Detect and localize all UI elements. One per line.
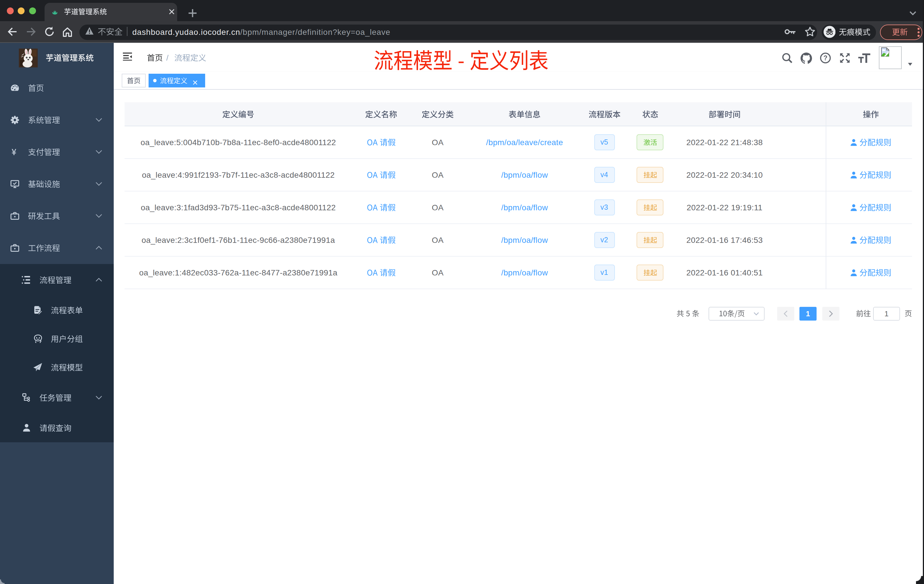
svg-text:?: ? xyxy=(823,54,827,62)
